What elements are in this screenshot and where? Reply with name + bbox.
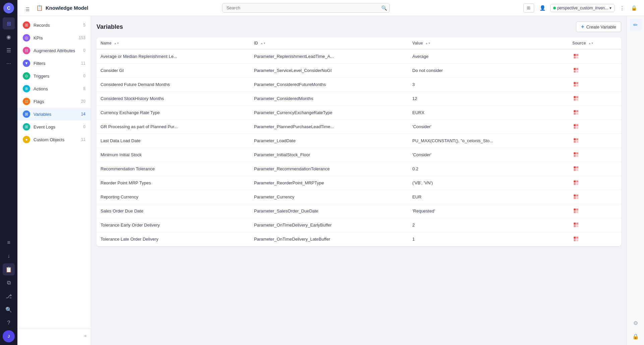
cell-value-3: 12 (408, 92, 568, 106)
cell-id-7: Parameter_InitialStock_Floor (250, 148, 408, 162)
cell-name-9: Reorder Point MRP Types (96, 176, 250, 190)
pen-tool-icon[interactable]: ✏ (630, 19, 642, 31)
source-icon-5[interactable] (572, 123, 580, 130)
svg-rect-28 (574, 152, 576, 154)
header-search-area: 🔍 (92, 3, 519, 13)
source-icon-7[interactable] (572, 151, 580, 158)
sidebar-item-augmented[interactable]: ⊟ Augmented Attributes 0 (17, 44, 91, 57)
sidebar-document-icon[interactable]: 📋 (3, 263, 15, 275)
table-header: Variables + Create Variable (96, 21, 621, 32)
sort-icon-value[interactable]: ▲▼ (425, 42, 431, 45)
source-icon-12[interactable] (572, 221, 580, 229)
sidebar-hand-icon[interactable]: ☰ (3, 44, 15, 56)
rt-lock-icon[interactable]: 🔒 (630, 330, 642, 342)
sidebar-item-kpis[interactable]: ◎ KPIs 153 (17, 31, 91, 44)
svg-rect-0 (574, 54, 576, 56)
cell-value-9: ('VB', 'VN') (408, 176, 568, 190)
source-icon-1[interactable] (572, 67, 580, 74)
cell-source-1 (568, 64, 621, 78)
sidebar-item-custom[interactable]: ● Custom Objects 11 (17, 133, 91, 146)
sidebar-user-avatar[interactable]: J (3, 330, 15, 342)
col-header-id[interactable]: ID ▲▼ (250, 37, 408, 49)
svg-rect-29 (576, 152, 578, 154)
sidebar-help-icon[interactable]: ? (3, 317, 15, 329)
create-variable-button[interactable]: + Create Variable (576, 21, 621, 32)
source-icon-4[interactable] (572, 109, 580, 116)
sidebar-branch-icon[interactable]: ⎇ (3, 290, 15, 302)
source-icon-9[interactable] (572, 179, 580, 186)
sidebar-circle-icon[interactable]: ◉ (3, 31, 15, 43)
col-header-name[interactable]: Name ▲▼ (96, 37, 250, 49)
svg-rect-36 (574, 180, 576, 182)
nav-label-actions: Actions (34, 86, 80, 91)
sidebar-search-icon[interactable]: 🔍 (3, 304, 15, 316)
sidebar-item-eventlogs[interactable]: ⊞ Event Logs 0 (17, 120, 91, 133)
svg-rect-32 (574, 166, 576, 168)
svg-rect-46 (574, 211, 576, 213)
model-icon: 📋 (36, 5, 43, 11)
svg-rect-34 (574, 169, 576, 171)
sort-icon-source[interactable]: ▲▼ (588, 42, 594, 45)
col-header-value[interactable]: Value ▲▼ (408, 37, 568, 49)
nav-icon-augmented: ⊟ (23, 47, 30, 54)
svg-rect-4 (574, 68, 576, 70)
sidebar-item-actions[interactable]: ⊕ Actions 8 (17, 82, 91, 95)
col-header-source[interactable]: Source ▲▼ (568, 37, 621, 49)
source-icon-11[interactable] (572, 207, 580, 214)
source-icon-0[interactable] (572, 53, 580, 60)
table-row: Sales Order Due Date Parameter_SalesOrde… (96, 204, 621, 218)
cell-source-13 (568, 232, 621, 246)
svg-rect-43 (576, 197, 578, 199)
sidebar-plugin-icon[interactable]: ⧉ (3, 277, 15, 289)
table-row: Minimum Initial Stock Parameter_InitialS… (96, 148, 621, 162)
sidebar-grid-icon[interactable]: ⊞ (3, 17, 15, 29)
nav-count-custom: 11 (81, 137, 85, 142)
cell-name-8: Recommendation Tolerance (96, 162, 250, 176)
sidebar-item-records[interactable]: ⊞ Records 5 (17, 19, 91, 31)
nav-label-custom: Custom Objects (34, 137, 78, 142)
search-icon[interactable]: 🔍 (381, 5, 387, 11)
source-icon-2[interactable] (572, 81, 580, 88)
app-logo[interactable]: C (3, 3, 14, 13)
sidebar-dots-icon[interactable]: ··· (3, 58, 15, 70)
source-icon-6[interactable] (572, 137, 580, 144)
sort-icon-name[interactable]: ▲▼ (114, 42, 119, 45)
cell-id-10: Parameter_Currency (250, 190, 408, 204)
svg-rect-30 (574, 155, 576, 157)
sidebar-collapse-button[interactable]: ☰ (23, 5, 32, 14)
table-row: Tolerance Late Order Delivery Parameter_… (96, 232, 621, 246)
svg-rect-15 (576, 99, 578, 101)
nav-label-eventlogs: Event Logs (34, 124, 80, 130)
sidebar-item-filters[interactable]: ▼ Filters 11 (17, 57, 91, 70)
cell-value-4: EURX (408, 106, 568, 120)
sidebar-item-triggers[interactable]: ⊙ Triggers 0 (17, 70, 91, 82)
svg-rect-52 (574, 237, 576, 239)
sidebar-list-icon[interactable]: ≡ (3, 237, 15, 249)
source-icon-13[interactable] (572, 235, 580, 243)
sidebar-item-flags[interactable]: ⊡ Flags 20 (17, 95, 91, 108)
cell-id-5: Parameter_PlannedPurchaseLeadTime... (250, 120, 408, 134)
header-actions: 👤 perspective_custom_inven... ▾ ⋮ 🔒 (538, 3, 639, 13)
collapse-nav-button[interactable]: « (83, 332, 88, 340)
grid-expand-button[interactable]: ⊞ (523, 3, 534, 13)
sidebar-item-variables[interactable]: ⊠ Variables 14 (17, 108, 91, 120)
table-area: Variables + Create Variable Name ▲▼ID ▲▼… (91, 16, 627, 345)
nav-icon-records: ⊞ (23, 21, 30, 29)
header-more-icon[interactable]: ⋮ (617, 3, 627, 13)
content-wrap: ⊞ Records 5 ◎ KPIs 153 ⊟ Augmented Attri… (17, 16, 644, 345)
source-icon-10[interactable] (572, 193, 580, 200)
svg-rect-44 (574, 208, 576, 210)
sidebar-download-icon[interactable]: ↓ (3, 250, 15, 262)
perspective-selector[interactable]: perspective_custom_inven... ▾ (550, 4, 615, 12)
sort-icon-id[interactable]: ▲▼ (260, 42, 266, 45)
search-input[interactable] (222, 3, 390, 13)
nav-count-records: 5 (83, 23, 85, 27)
svg-rect-18 (574, 113, 576, 115)
source-icon-3[interactable] (572, 95, 580, 102)
header-user-icon[interactable]: 👤 (538, 3, 548, 13)
source-icon-8[interactable] (572, 165, 580, 172)
rt-settings-icon[interactable]: ⚙ (630, 317, 642, 329)
header-lock-icon[interactable]: 🔒 (629, 3, 639, 13)
svg-rect-41 (576, 194, 578, 196)
svg-rect-37 (576, 180, 578, 182)
